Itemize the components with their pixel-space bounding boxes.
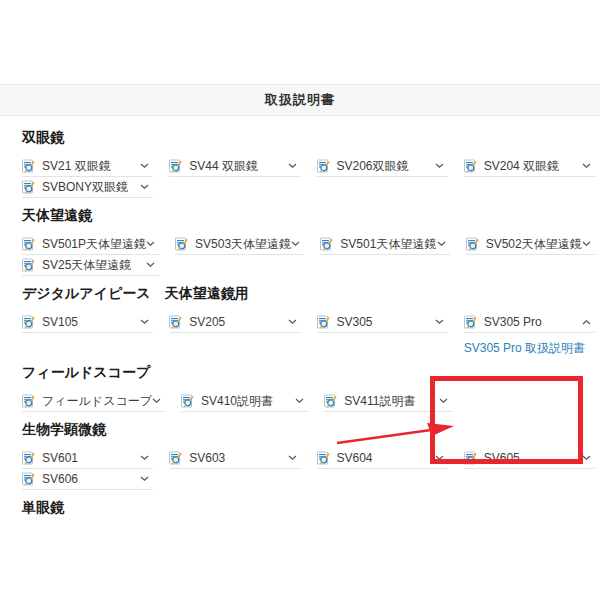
manual-pdf-link[interactable]: SV305 Pro 取扱説明書	[464, 341, 595, 355]
document-search-icon	[181, 394, 194, 408]
manual-item-label: SV604	[337, 451, 373, 465]
manual-item-cell: SV205	[169, 312, 300, 333]
manual-item-cell: SV204 双眼鏡	[464, 156, 595, 177]
chevron-down-icon	[140, 319, 149, 325]
document-search-icon	[22, 258, 35, 272]
manual-item-cell: SV604	[317, 448, 448, 469]
section-heading: 双眼鏡	[22, 130, 595, 144]
document-search-icon	[22, 451, 35, 465]
manual-dropdown-item[interactable]: SV501天体望遠鏡	[320, 234, 449, 255]
chevron-down-icon	[435, 163, 444, 169]
document-search-icon	[175, 237, 188, 251]
manual-dropdown-item[interactable]: SV206双眼鏡	[317, 156, 448, 177]
document-search-icon	[317, 315, 330, 329]
chevron-down-icon	[146, 241, 155, 247]
manual-item-cell: SV502天体望遠鏡	[466, 234, 595, 255]
manual-dropdown-item[interactable]: SV502天体望遠鏡	[466, 234, 595, 255]
manual-dropdown-item[interactable]: SV601	[22, 448, 153, 469]
manual-item-cell: SV206双眼鏡	[317, 156, 448, 177]
chevron-down-icon	[582, 455, 591, 461]
manual-item-cell: SV503天体望遠鏡	[175, 234, 304, 255]
document-search-icon	[317, 159, 330, 173]
chevron-down-icon	[140, 163, 149, 169]
manual-item-cell: SV501天体望遠鏡	[320, 234, 449, 255]
chevron-down-icon	[582, 163, 591, 169]
manual-dropdown-item[interactable]: SV605	[464, 448, 595, 469]
manual-item-cell: SV105	[22, 312, 153, 333]
section: 単眼鏡	[22, 500, 595, 526]
section-heading: 天体望遠鏡	[22, 208, 595, 222]
manual-item-cell: SV601	[22, 448, 153, 469]
section: デジタルアイピース 天体望遠鏡用 SV105	[22, 286, 595, 355]
manual-dropdown-item[interactable]: SV305	[317, 312, 448, 333]
section-item-grid: SV105 SV205	[22, 312, 595, 355]
chevron-down-icon	[152, 398, 161, 404]
manual-item-label: SV501天体望遠鏡	[340, 236, 436, 253]
section-item-grid: SV501P天体望遠鏡 SV503天体望	[22, 234, 595, 276]
manual-dropdown-item[interactable]: SV503天体望遠鏡	[175, 234, 304, 255]
manual-item-cell: SV605	[464, 448, 595, 469]
manual-dropdown-item[interactable]: SV204 双眼鏡	[464, 156, 595, 177]
manual-item-label: SV105	[42, 315, 78, 329]
document-search-icon	[22, 472, 35, 486]
chevron-down-icon	[140, 455, 149, 461]
manual-item-cell: フィールドスコープ	[22, 391, 165, 412]
document-search-icon	[169, 451, 182, 465]
section-item-grid: SV601 SV603	[22, 448, 595, 490]
section: フィールドスコープ フィールドスコープ	[22, 365, 595, 412]
chevron-down-icon	[146, 262, 155, 268]
manual-item-label: SV206双眼鏡	[337, 158, 409, 175]
manual-dropdown-item[interactable]: SV205	[169, 312, 300, 333]
manual-dropdown-item[interactable]: SVBONY双眼鏡	[22, 177, 153, 198]
manual-dropdown-item[interactable]: SV411説明書	[324, 391, 451, 412]
manual-dropdown-item[interactable]: SV105	[22, 312, 153, 333]
manual-item-cell: SV44 双眼鏡	[169, 156, 300, 177]
manual-dropdown-item[interactable]: SV603	[169, 448, 300, 469]
manual-dropdown-item[interactable]: SV604	[317, 448, 448, 469]
manual-dropdown-item[interactable]: SV21 双眼鏡	[22, 156, 153, 177]
manual-item-label: SV44 双眼鏡	[189, 158, 258, 175]
manual-dropdown-item[interactable]: SV25天体望遠鏡	[22, 255, 159, 276]
manual-item-cell: SV411説明書	[324, 391, 451, 412]
manual-item-label: フィールドスコープ	[42, 393, 152, 410]
document-search-icon	[22, 394, 35, 408]
document-search-icon	[22, 237, 35, 251]
chevron-down-icon	[288, 163, 297, 169]
manual-item-label: SV603	[189, 451, 225, 465]
document-search-icon	[320, 237, 333, 251]
document-search-icon	[22, 180, 35, 194]
manual-item-cell: SV501P天体望遠鏡	[22, 234, 159, 255]
manual-dropdown-item[interactable]: SV501P天体望遠鏡	[22, 234, 159, 255]
manual-item-label: SVBONY双眼鏡	[42, 179, 128, 196]
page-title-bar: 取扱説明書	[0, 84, 600, 116]
page-title: 取扱説明書	[265, 91, 335, 109]
document-search-icon	[22, 315, 35, 329]
manual-item-label: SV25天体望遠鏡	[42, 257, 131, 274]
section-heading: デジタルアイピース 天体望遠鏡用	[22, 286, 595, 300]
manual-item-cell: SV21 双眼鏡	[22, 156, 153, 177]
manual-item-label: SV305	[337, 315, 373, 329]
chevron-down-icon	[435, 319, 444, 325]
chevron-down-icon	[437, 241, 446, 247]
document-search-icon	[464, 315, 477, 329]
chevron-down-icon	[288, 455, 297, 461]
section: 双眼鏡 SV21 双眼鏡	[22, 130, 595, 198]
section: 生物学顕微鏡 SV601	[22, 422, 595, 490]
chevron-down-icon	[140, 184, 149, 190]
manual-item-cell: SV410説明書	[181, 391, 308, 412]
manual-item-label: SV601	[42, 451, 78, 465]
manual-page: 取扱説明書 双眼鏡 SV21 双眼鏡	[0, 84, 600, 600]
manual-dropdown-item[interactable]: SV410説明書	[181, 391, 308, 412]
manual-dropdown-item[interactable]: SV606	[22, 469, 153, 490]
manual-item-label: SV410説明書	[201, 393, 273, 410]
document-search-icon	[169, 315, 182, 329]
manual-dropdown-item[interactable]: SV305 Pro	[464, 312, 595, 333]
manual-dropdown-item[interactable]: フィールドスコープ	[22, 391, 165, 412]
manual-item-cell: SVBONY双眼鏡	[22, 177, 153, 198]
section-heading: フィールドスコープ	[22, 365, 595, 379]
chevron-down-icon	[435, 455, 444, 461]
manual-dropdown-item[interactable]: SV44 双眼鏡	[169, 156, 300, 177]
manual-item-label: SV205	[189, 315, 225, 329]
manual-item-label: SV204 双眼鏡	[484, 158, 559, 175]
document-search-icon	[466, 237, 479, 251]
